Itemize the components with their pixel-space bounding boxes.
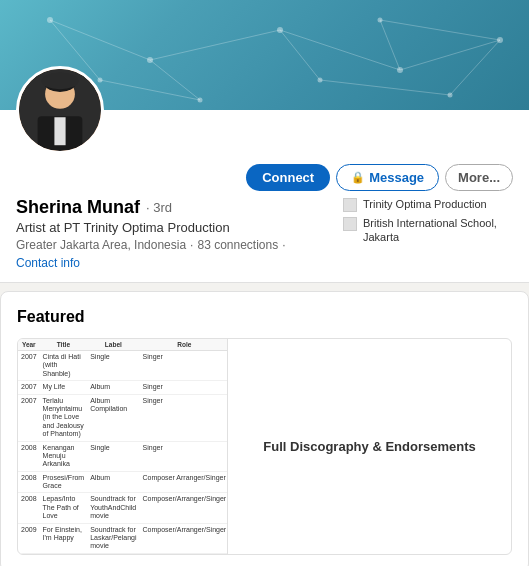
table-row: 2007Terlalu Menyintaimu (in the Love and… (18, 394, 228, 441)
svg-line-3 (400, 40, 500, 70)
svg-point-21 (448, 93, 453, 98)
svg-line-8 (100, 80, 200, 100)
profile-meta: Greater Jakarta Area, Indonesia · 83 con… (16, 238, 327, 270)
table-cell: My Life (40, 381, 88, 394)
svg-point-12 (47, 17, 53, 23)
featured-label: Full Discography & Endorsements (263, 439, 475, 454)
featured-table-area: Year Title Label Role 2007Cinta di Hati … (18, 339, 228, 554)
table-cell: Cinta di Hati (with Shanble) (40, 351, 88, 381)
discography-table: Year Title Label Role 2007Cinta di Hati … (18, 339, 228, 554)
contact-info-link[interactable]: Contact info (16, 256, 80, 270)
svg-rect-27 (54, 117, 65, 145)
table-row: 2009For Einstein, I'm HappySoundtrack fo… (18, 523, 228, 553)
featured-inner[interactable]: Year Title Label Role 2007Cinta di Hati … (17, 338, 512, 555)
svg-line-10 (450, 40, 500, 95)
svg-line-0 (50, 20, 150, 60)
company-name-1: Trinity Optima Production (363, 197, 487, 211)
action-buttons: Connect 🔒 Message More... (0, 154, 529, 191)
table-cell: Singer (140, 381, 228, 394)
table-cell: Composer Arranger/Singer (140, 471, 228, 493)
col-label: Label (87, 339, 139, 351)
profile-header: Connect 🔒 Message More... Sherina Munaf … (0, 110, 529, 283)
meta-dot-1: · (190, 238, 193, 252)
svg-point-17 (98, 78, 103, 83)
table-row: 2008Lepas/Into The Path of LoveSoundtrac… (18, 493, 228, 523)
table-cell: 2008 (18, 441, 40, 471)
company-item-2: British International School, Jakarta (343, 216, 513, 245)
table-cell: 2008 (18, 493, 40, 523)
svg-point-18 (198, 98, 203, 103)
svg-point-16 (497, 37, 503, 43)
table-cell: Album (87, 381, 139, 394)
svg-line-2 (280, 30, 400, 70)
svg-line-9 (320, 80, 450, 95)
table-cell: 2007 (18, 351, 40, 381)
table-cell: Composer/Arranger/Singer (140, 493, 228, 523)
svg-line-11 (380, 20, 500, 40)
table-cell: Single (87, 441, 139, 471)
svg-point-20 (378, 18, 383, 23)
table-cell: Soundtrack for Laskar/Pelangi movie (87, 523, 139, 553)
connect-button[interactable]: Connect (246, 164, 330, 191)
profile-title: Artist at PT Trinity Optima Production (16, 220, 327, 235)
profile-degree: · 3rd (146, 200, 172, 215)
table-cell: Singer (140, 351, 228, 381)
profile-side: Trinity Optima Production British Intern… (343, 197, 513, 270)
svg-line-1 (150, 30, 280, 60)
table-row: 2008Kenangan Menuju ArkanikaSingleSinger (18, 441, 228, 471)
profile-location: Greater Jakarta Area, Indonesia (16, 238, 186, 252)
table-cell: Soundtrack for YouthAndChild movie (87, 493, 139, 523)
svg-line-4 (150, 60, 200, 100)
more-button[interactable]: More... (445, 164, 513, 191)
table-cell: Terlalu Menyintaimu (in the Love and Jea… (40, 394, 88, 441)
table-cell: Singer (140, 394, 228, 441)
message-button[interactable]: 🔒 Message (336, 164, 439, 191)
svg-line-5 (280, 30, 320, 80)
table-cell: 2007 (18, 381, 40, 394)
svg-point-15 (397, 67, 403, 73)
svg-line-6 (380, 20, 400, 70)
table-row: 2008Prosesi/From GraceAlbumComposer Arra… (18, 471, 228, 493)
company-icon-1 (343, 198, 357, 212)
table-cell: Prosesi/From Grace (40, 471, 88, 493)
col-role: Role (140, 339, 228, 351)
table-row: 2007Cinta di Hati (with Shanble)SingleSi… (18, 351, 228, 381)
meta-dot-2: · (282, 238, 285, 252)
featured-text-area: Full Discography & Endorsements (228, 339, 511, 554)
table-cell: Album (87, 471, 139, 493)
svg-point-13 (147, 57, 153, 63)
featured-section-title: Featured (17, 308, 512, 326)
svg-point-19 (318, 78, 323, 83)
svg-point-25 (41, 73, 78, 90)
col-year: Year (18, 339, 40, 351)
avatar (16, 66, 104, 154)
table-cell: 2008 (18, 471, 40, 493)
profile-main: Sherina Munaf · 3rd Artist at PT Trinity… (16, 197, 327, 270)
table-cell: 2009 (18, 523, 40, 553)
table-cell: Kenangan Menuju Arkanika (40, 441, 88, 471)
table-cell: Lepas/Into The Path of Love (40, 493, 88, 523)
message-label: Message (369, 170, 424, 185)
avatar-area (0, 110, 529, 154)
table-cell: Composer/Arranger/Singer (140, 523, 228, 553)
table-cell: Singer (140, 441, 228, 471)
profile-connections: 83 connections (197, 238, 278, 252)
profile-name: Sherina Munaf (16, 197, 140, 218)
table-row: 2007My LifeAlbumSinger (18, 381, 228, 394)
table-cell: Album Compilation (87, 394, 139, 441)
avatar-silhouette (19, 69, 101, 151)
company-item-1: Trinity Optima Production (343, 197, 513, 212)
profile-name-line: Sherina Munaf · 3rd (16, 197, 327, 218)
featured-section: Featured Year Title Label Role 2007Cinta… (0, 291, 529, 566)
table-cell: Single (87, 351, 139, 381)
table-cell: For Einstein, I'm Happy (40, 523, 88, 553)
company-name-2: British International School, Jakarta (363, 216, 513, 245)
lock-icon: 🔒 (351, 171, 365, 184)
svg-point-14 (277, 27, 283, 33)
table-cell: 2007 (18, 394, 40, 441)
company-icon-2 (343, 217, 357, 231)
avatar-image (19, 69, 101, 151)
profile-info: Sherina Munaf · 3rd Artist at PT Trinity… (0, 191, 529, 270)
col-title: Title (40, 339, 88, 351)
